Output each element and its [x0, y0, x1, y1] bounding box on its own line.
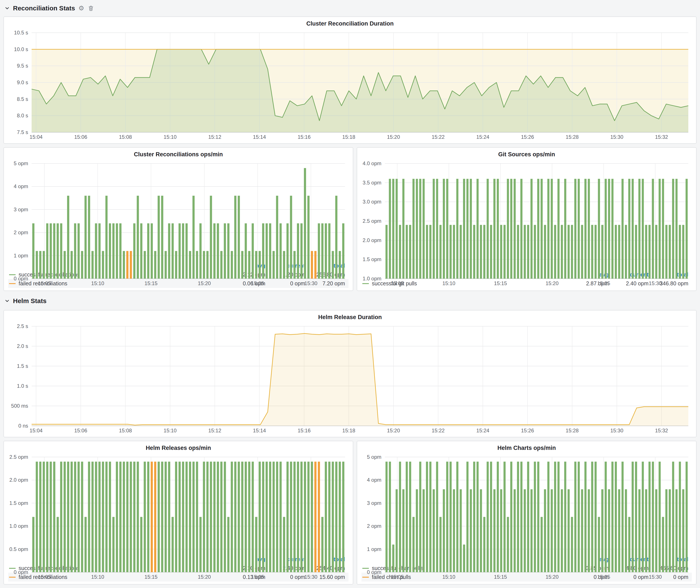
panel-title[interactable]: Helm Releases ops/min — [8, 443, 348, 454]
dashboard: Reconciliation Stats ⚙ Cluster Reconcili… — [0, 0, 700, 588]
svg-text:0 opm: 0 opm — [14, 569, 28, 575]
svg-text:15:10: 15:10 — [91, 280, 104, 286]
svg-text:15:20: 15:20 — [387, 428, 400, 433]
svg-text:15:25: 15:25 — [597, 280, 610, 286]
svg-text:15:24: 15:24 — [476, 428, 489, 433]
svg-text:15:05: 15:05 — [38, 574, 51, 580]
section-title: Reconciliation Stats — [13, 5, 75, 12]
svg-text:3 opm: 3 opm — [367, 500, 381, 506]
svg-text:9.0 s: 9.0 s — [17, 79, 28, 85]
svg-text:15:25: 15:25 — [597, 574, 610, 580]
svg-text:15:12: 15:12 — [208, 134, 221, 140]
section-title: Helm Stats — [13, 297, 47, 305]
svg-text:5 opm: 5 opm — [367, 454, 381, 460]
panel-title[interactable]: Cluster Reconciliations ops/min — [8, 150, 348, 160]
svg-text:15:25: 15:25 — [251, 574, 264, 580]
svg-text:1.5 opm: 1.5 opm — [9, 500, 28, 506]
svg-text:15:30: 15:30 — [610, 428, 623, 433]
svg-text:15:20: 15:20 — [387, 134, 400, 140]
panel-title[interactable]: Helm Charts ops/min — [361, 443, 692, 454]
chevron-down-icon — [4, 5, 10, 11]
svg-text:15:15: 15:15 — [145, 280, 158, 286]
svg-text:2.0 s: 2.0 s — [17, 343, 28, 349]
git-sources-opm-chart[interactable]: 1.0 opm1.5 opm2.0 opm2.5 opm3.0 opm3.5 o… — [361, 160, 692, 269]
svg-text:15:20: 15:20 — [198, 280, 211, 286]
svg-text:1.5 s: 1.5 s — [17, 363, 28, 369]
svg-text:15:10: 15:10 — [164, 428, 177, 433]
svg-text:10.0 s: 10.0 s — [14, 46, 28, 52]
svg-text:1.5 opm: 1.5 opm — [363, 256, 381, 262]
panel-cluster-reconciliation-duration: Cluster Reconciliation Duration 7.5 s8.0… — [3, 16, 697, 144]
svg-text:15:05: 15:05 — [38, 280, 51, 286]
cluster-reconciliations-opm-chart[interactable]: 0 opm1 opm2 opm3 opm4 opm5 opm15:0515:10… — [8, 160, 348, 260]
helm-release-duration-chart[interactable]: 0 ns500 ms1.0 s1.5 s2.0 s2.5 s15:0415:06… — [8, 323, 692, 434]
svg-text:15:24: 15:24 — [476, 134, 489, 140]
panel-helm-release-duration: Helm Release Duration 0 ns500 ms1.0 s1.5… — [3, 310, 697, 437]
chart-canvas: 0 ns500 ms1.0 s1.5 s2.0 s2.5 s15:0415:06… — [8, 323, 692, 435]
svg-text:4 opm: 4 opm — [367, 477, 381, 483]
panel-cluster-reconciliations-opm: Cluster Reconciliations ops/min 0 opm1 o… — [3, 147, 353, 291]
svg-text:15:10: 15:10 — [164, 134, 177, 140]
svg-text:15:15: 15:15 — [145, 574, 158, 580]
svg-text:15:08: 15:08 — [119, 134, 132, 140]
chart-canvas: 0 opm0.5 opm1.0 opm1.5 opm2.0 opm2.5 opm… — [8, 454, 348, 581]
svg-text:1 opm: 1 opm — [14, 253, 28, 258]
svg-text:15:16: 15:16 — [298, 428, 311, 433]
panel-title[interactable]: Cluster Reconciliation Duration — [8, 19, 692, 29]
svg-text:5 opm: 5 opm — [14, 160, 28, 166]
panel-title[interactable]: Git Sources ops/min — [361, 150, 692, 160]
svg-text:1.0 opm: 1.0 opm — [363, 276, 381, 281]
svg-text:15:06: 15:06 — [74, 428, 87, 433]
helm-charts-opm-chart[interactable]: 0 opm1 opm2 opm3 opm4 opm5 opm15:0515:10… — [361, 454, 692, 554]
section-header-helm-stats[interactable]: Helm Stats — [3, 295, 697, 307]
svg-text:15:26: 15:26 — [521, 428, 534, 433]
svg-text:4 opm: 4 opm — [14, 183, 28, 189]
svg-text:15:30: 15:30 — [610, 134, 623, 140]
svg-text:15:12: 15:12 — [208, 428, 221, 433]
chart-canvas: 1.0 opm1.5 opm2.0 opm2.5 opm3.0 opm3.5 o… — [361, 160, 692, 287]
svg-text:15:10: 15:10 — [442, 280, 455, 286]
svg-text:10.5 s: 10.5 s — [14, 30, 28, 36]
svg-text:0 opm: 0 opm — [14, 276, 28, 281]
svg-text:1.0 opm: 1.0 opm — [9, 523, 28, 529]
svg-text:15:28: 15:28 — [566, 428, 579, 433]
svg-text:8.0 s: 8.0 s — [17, 113, 28, 118]
svg-text:15:08: 15:08 — [119, 428, 132, 433]
cluster-reconciliation-duration-chart[interactable]: 7.5 s8.0 s8.5 s9.0 s9.5 s10.0 s10.5 s15:… — [8, 29, 692, 141]
svg-text:15:14: 15:14 — [253, 428, 266, 433]
svg-text:15:05: 15:05 — [391, 574, 404, 580]
svg-text:3.0 opm: 3.0 opm — [363, 199, 381, 205]
svg-text:2 opm: 2 opm — [14, 229, 28, 235]
svg-text:15:30: 15:30 — [304, 574, 317, 580]
gear-icon[interactable]: ⚙ — [78, 5, 85, 11]
svg-text:15:18: 15:18 — [342, 428, 355, 433]
chart-canvas: 0 opm1 opm2 opm3 opm4 opm5 opm15:0515:10… — [8, 160, 348, 287]
svg-text:7.5 s: 7.5 s — [17, 129, 28, 135]
section-header-reconciliation-stats[interactable]: Reconciliation Stats ⚙ — [3, 3, 697, 13]
chart-canvas: 0 opm1 opm2 opm3 opm4 opm5 opm15:0515:10… — [361, 454, 692, 581]
svg-text:3 opm: 3 opm — [14, 207, 28, 212]
chart-canvas: 7.5 s8.0 s8.5 s9.0 s9.5 s10.0 s10.5 s15:… — [8, 29, 692, 141]
panel-git-sources-opm: Git Sources ops/min 1.0 opm1.5 opm2.0 op… — [357, 147, 697, 291]
svg-text:4.0 opm: 4.0 opm — [363, 160, 381, 166]
helm-releases-opm-chart[interactable]: 0 opm0.5 opm1.0 opm1.5 opm2.0 opm2.5 opm… — [8, 454, 348, 554]
svg-text:15:28: 15:28 — [566, 134, 579, 140]
svg-text:1 opm: 1 opm — [367, 546, 381, 552]
svg-text:15:30: 15:30 — [649, 574, 662, 580]
svg-text:15:10: 15:10 — [91, 574, 104, 580]
svg-text:15:26: 15:26 — [521, 134, 534, 140]
svg-text:2 opm: 2 opm — [367, 523, 381, 529]
trash-icon[interactable] — [88, 5, 94, 11]
svg-text:15:22: 15:22 — [432, 134, 445, 140]
svg-text:15:25: 15:25 — [251, 280, 264, 286]
svg-text:15:06: 15:06 — [74, 134, 87, 140]
panel-helm-releases-opm: Helm Releases ops/min 0 opm0.5 opm1.0 op… — [3, 441, 353, 585]
svg-text:15:15: 15:15 — [494, 574, 507, 580]
svg-text:15:18: 15:18 — [342, 134, 355, 140]
svg-text:15:30: 15:30 — [304, 280, 317, 286]
svg-text:2.5 s: 2.5 s — [17, 323, 28, 329]
svg-text:15:32: 15:32 — [655, 428, 668, 433]
panel-title[interactable]: Helm Release Duration — [8, 313, 692, 323]
svg-text:15:32: 15:32 — [655, 134, 668, 140]
svg-text:2.5 opm: 2.5 opm — [9, 454, 28, 460]
